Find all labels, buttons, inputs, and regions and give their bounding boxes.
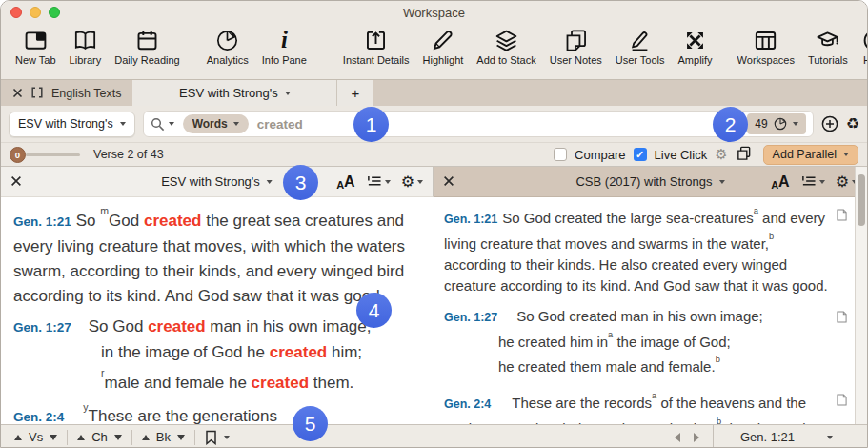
book-down-button[interactable] (177, 435, 185, 440)
workspace-name[interactable]: English Texts (51, 87, 121, 100)
current-reference-box[interactable]: Gen. 1:21 (713, 425, 850, 448)
note-icon[interactable] (837, 308, 847, 329)
note-icon[interactable] (837, 391, 847, 412)
gear-icon: ⚙ (836, 174, 849, 190)
crossref-marker[interactable]: a (608, 330, 613, 339)
graduation-cap-icon (815, 28, 840, 53)
toolbar-button-instant-details[interactable]: Instant Details (336, 27, 416, 67)
new-tab-button[interactable]: + (336, 80, 373, 106)
right-pane-scrollbar[interactable] (855, 167, 867, 424)
toolbar-button-help[interactable]: ? Help (855, 27, 868, 67)
crossref-marker[interactable]: y (83, 401, 88, 413)
pane-title-label: ESV with Strong's (161, 174, 260, 189)
chevron-down-icon (267, 180, 273, 184)
search-query-text[interactable]: created (257, 117, 303, 132)
verse-text: God (109, 212, 144, 230)
add-parallel-button[interactable]: Add Parallel (763, 145, 858, 165)
expand-workspace-icon[interactable] (31, 85, 43, 102)
note-icon[interactable] (837, 206, 847, 227)
poetry-line: rmale and female he created them. (13, 365, 422, 396)
search-mode-button[interactable] (151, 117, 174, 132)
toolbar-button-user-tools[interactable]: User Tools (609, 27, 672, 67)
instant-details-icon (363, 28, 389, 53)
toolbar-button-add-to-stack[interactable]: Add to Stack (470, 27, 542, 67)
search-hit-word[interactable]: created (144, 212, 201, 230)
close-workspace-icon[interactable] (12, 85, 23, 102)
right-pane-title[interactable]: CSB (2017) with Strongs (575, 174, 724, 189)
duplicate-pane-icon[interactable] (736, 145, 752, 164)
search-hit-word[interactable]: created (252, 373, 309, 391)
toolbar-button-highlight[interactable]: Highlight (416, 27, 471, 67)
book-up-button[interactable] (142, 435, 150, 440)
search-hit-word[interactable]: created (270, 343, 327, 361)
close-pane-icon[interactable] (443, 173, 454, 191)
csb-text-pane[interactable]: Gen. 1:21So God created the large sea-cr… (434, 197, 857, 424)
verse-ref[interactable]: Gen. 2:4 (13, 410, 64, 424)
toolbar-button-workspaces[interactable]: Workspaces (731, 27, 801, 67)
toolbar-button-library[interactable]: Library (63, 27, 109, 67)
context-slider-track[interactable] (26, 153, 80, 156)
display-settings-button[interactable] (800, 174, 825, 189)
verse-text: So God created the large sea-creatures (502, 210, 753, 226)
calendar-icon (134, 28, 160, 53)
left-pane-title[interactable]: ESV with Strong's (161, 174, 273, 189)
poetry-line: he created them male and female.b (444, 353, 832, 377)
scrollbar-thumb[interactable] (858, 174, 865, 226)
search-icon (151, 117, 165, 132)
divider (67, 430, 68, 445)
stack-icon (494, 28, 519, 53)
tab-esv-with-strongs[interactable]: ESV with Strong's (132, 80, 336, 106)
live-click-settings-gear-icon[interactable]: ⚙ (715, 148, 727, 162)
callout-badge-5: 5 (293, 406, 328, 441)
crossref-marker[interactable]: r (101, 367, 105, 378)
verse-ref[interactable]: Gen. 1:27 (444, 311, 497, 324)
display-settings-button[interactable] (366, 174, 391, 189)
verse-ref[interactable]: Gen. 1:21 (13, 214, 71, 229)
previous-reference-button[interactable] (675, 433, 680, 442)
zoom-window-button[interactable] (49, 7, 60, 18)
context-slider-knob[interactable]: 0 (10, 147, 26, 163)
crossref-marker[interactable]: a (754, 206, 758, 215)
help-icon: ? (861, 28, 868, 53)
crossref-marker[interactable]: b (769, 232, 774, 241)
crossref-marker[interactable]: b (717, 417, 721, 424)
bookmark-menu[interactable] (201, 430, 233, 445)
add-search-button[interactable] (821, 115, 838, 132)
chevron-down-icon (719, 180, 725, 184)
verse-block: Gen. 1:21So mGod created the great sea c… (13, 203, 422, 309)
text-module-selector[interactable]: ESV with Strong's (9, 112, 135, 137)
compare-checkbox[interactable] (554, 148, 567, 161)
search-hit-word[interactable]: created (148, 317, 205, 336)
verse-up-button[interactable] (14, 435, 22, 440)
toolbar-button-user-notes[interactable]: User Notes (543, 27, 609, 67)
verse-ref[interactable]: Gen. 1:27 (13, 320, 71, 335)
chapter-down-button[interactable] (114, 435, 122, 440)
verse-ref[interactable]: Gen. 2:4 (444, 397, 491, 411)
font-size-button[interactable]: AA (771, 173, 790, 191)
toolbar-button-info-pane[interactable]: i Info Pane (255, 27, 313, 67)
verse-stepper-label: Vs (29, 430, 43, 444)
toolbar-button-new-tab[interactable]: New Tab (9, 27, 63, 67)
search-scope-pill[interactable]: Words (183, 114, 249, 133)
chapter-up-button[interactable] (77, 435, 85, 440)
close-pane-icon[interactable] (10, 173, 22, 191)
toolbar-button-tutorials[interactable]: Tutorials (801, 27, 855, 67)
verse-down-button[interactable] (50, 435, 57, 440)
hit-count-chip[interactable]: 49 (747, 113, 805, 134)
verse-ref[interactable]: Gen. 1:21 (444, 213, 497, 226)
close-window-button[interactable] (10, 7, 22, 18)
chevron-down-icon (169, 122, 174, 126)
minimize-window-button[interactable] (30, 7, 41, 18)
verse-text: So (76, 212, 101, 230)
font-size-button[interactable]: AA (336, 173, 355, 191)
crossref-marker[interactable]: m (100, 205, 109, 216)
crossref-marker[interactable]: b (716, 355, 720, 364)
toolbar-button-daily-reading[interactable]: Daily Reading (108, 27, 186, 67)
recycle-search-icon[interactable]: ♻ (846, 116, 859, 132)
crossref-marker[interactable]: a (652, 391, 656, 400)
toolbar-button-analytics[interactable]: Analytics (200, 27, 255, 67)
toolbar-button-amplify[interactable]: Amplify (672, 27, 719, 67)
live-click-checkbox[interactable]: ✓ (634, 148, 647, 161)
pane-settings-button[interactable]: ⚙ (401, 174, 423, 190)
next-reference-button[interactable] (694, 433, 699, 442)
